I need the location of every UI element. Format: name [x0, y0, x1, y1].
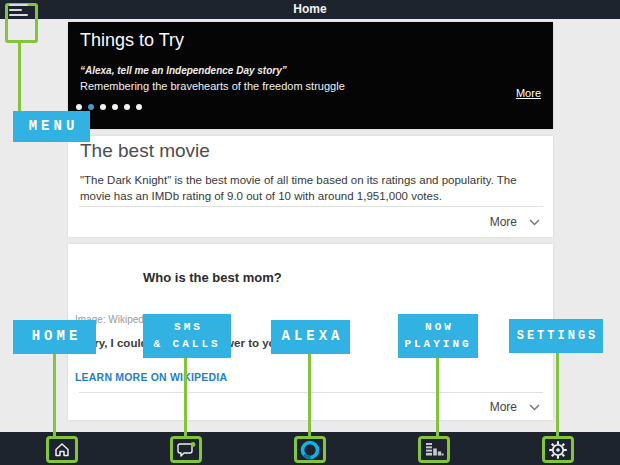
annotation-label-sms-calls: SMS & CALLS — [143, 314, 231, 358]
movie-answer-text: "The Dark Knight" is the best movie of a… — [80, 172, 539, 204]
page-title: Home — [0, 2, 620, 16]
more-button[interactable]: More — [490, 215, 540, 229]
carousel-dot[interactable] — [112, 104, 118, 110]
carousel-dot[interactable] — [100, 104, 106, 110]
gear-icon — [548, 440, 568, 460]
annotation-label-alexa: ALEXA — [271, 320, 350, 354]
nav-sms-calls-button[interactable] — [170, 436, 202, 463]
best-movie-card: The best movie "The Dark Knight" is the … — [68, 136, 553, 237]
now-playing-bars-icon — [425, 442, 444, 457]
alexa-app-screen: Home Things to Try “Alexa, tell me an In… — [0, 0, 620, 465]
more-label: More — [490, 215, 517, 229]
home-connector-line — [53, 354, 56, 437]
top-bar: Home — [0, 0, 620, 19]
carousel-dots[interactable] — [76, 104, 142, 110]
annotation-label-home: HOME — [13, 320, 96, 354]
alexa-icon — [299, 439, 321, 461]
annotation-label-now-playing: NOW PLAYING — [398, 314, 478, 358]
more-label: More — [490, 400, 517, 414]
suggestion-subtitle: Remembering the bravehearts of the freed… — [80, 80, 345, 92]
carousel-dot[interactable] — [124, 104, 130, 110]
chevron-down-icon — [529, 404, 540, 411]
home-icon — [53, 441, 71, 458]
sms-connector-line — [184, 358, 187, 437]
menu-connector-line — [18, 43, 21, 111]
carousel-dot[interactable] — [136, 104, 142, 110]
chevron-down-icon — [529, 219, 540, 226]
more-button[interactable]: More — [490, 400, 540, 414]
chat-bubble-icon — [176, 441, 197, 459]
wikipedia-link[interactable]: LEARN MORE ON WIKIPEDIA — [75, 371, 227, 383]
nav-settings-button[interactable] — [542, 436, 574, 463]
notification-dot — [190, 442, 195, 447]
alexa-suggestion-quote: “Alexa, tell me an Independence Day stor… — [80, 65, 287, 76]
annotation-label-settings: SETTINGS — [509, 319, 603, 353]
nav-home-button[interactable] — [46, 436, 78, 463]
divider — [79, 392, 543, 393]
now-playing-connector-line — [436, 358, 439, 437]
card-title: The best movie — [80, 140, 210, 162]
user-question-text: Who is the best mom? — [143, 270, 282, 285]
carousel-dot[interactable] — [88, 104, 94, 110]
menu-icon[interactable] — [9, 4, 31, 18]
annotation-label-menu: MENU — [13, 111, 90, 142]
divider — [79, 206, 543, 207]
nav-alexa-button[interactable] — [294, 436, 326, 463]
things-to-try-card: Things to Try “Alexa, tell me an Indepen… — [68, 22, 553, 129]
nav-now-playing-button[interactable] — [418, 436, 450, 463]
alexa-connector-line — [308, 354, 311, 437]
settings-connector-line — [556, 353, 559, 437]
card-title: Things to Try — [80, 30, 184, 51]
carousel-dot[interactable] — [76, 104, 82, 110]
more-link[interactable]: More — [516, 87, 541, 99]
